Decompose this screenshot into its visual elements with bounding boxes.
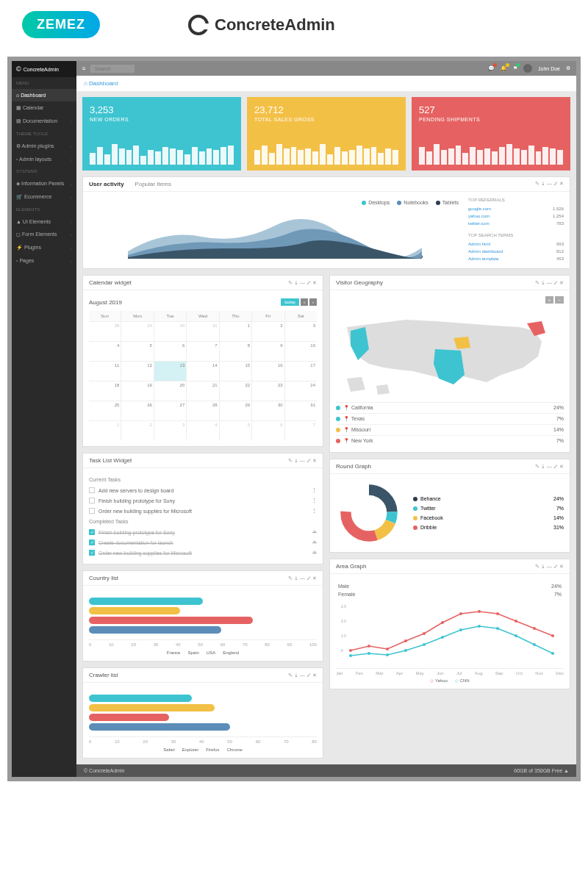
panel-tools[interactable]: ✎ ⤓ — ⤢ ✕ <box>535 181 564 187</box>
stat-card: 23,712TOTAL SALES GROSS <box>247 97 406 171</box>
search-input[interactable] <box>90 65 135 73</box>
calendar-cell[interactable]: 20 <box>154 381 186 401</box>
bell-icon[interactable]: 🔔 <box>501 65 507 71</box>
panel-tools[interactable]: ✎ ⤓ — ⤢ ✕ <box>288 673 317 678</box>
referral-row[interactable]: twitter.com783 <box>468 220 564 227</box>
panel-tools[interactable]: ✎ ⤓ — ⤢ ✕ <box>288 458 317 464</box>
sidebar-item[interactable]: ⚡ Plugins› <box>12 241 76 254</box>
legend-row: Female7% <box>338 590 562 598</box>
calendar-cell[interactable]: 4 <box>89 342 121 361</box>
task-row[interactable]: Create documentation for launch✕ <box>89 537 317 548</box>
panel-tools[interactable]: ✎ ⤓ — ⤢ ✕ <box>535 280 564 286</box>
calendar-cell[interactable]: 13 <box>154 362 186 381</box>
calendar-month: August 2019 <box>89 299 122 306</box>
calendar-cell[interactable]: 6 <box>154 342 186 361</box>
svg-point-29 <box>514 634 517 637</box>
referral-row[interactable]: google.com1,926 <box>468 205 564 212</box>
calendar-cell[interactable]: 29 <box>121 322 153 341</box>
calendar-cell[interactable]: 9 <box>252 342 284 361</box>
term-row[interactable]: Admin template453 <box>468 255 564 262</box>
task-row[interactable]: Finish building prototype for Sony✕ <box>89 527 317 537</box>
referral-row[interactable]: yahoo.com1,254 <box>468 212 564 220</box>
calendar-cell[interactable]: 2 <box>121 421 153 440</box>
sidebar-item[interactable]: ▤ Documentation› <box>12 115 76 128</box>
calendar-cell[interactable]: 11 <box>89 362 121 381</box>
sidebar-item[interactable]: ▫ Pages› <box>12 254 76 267</box>
settings-icon[interactable]: ⚙ <box>566 65 570 71</box>
term-row[interactable]: Admin html993 <box>468 240 564 248</box>
prev-button[interactable]: ‹ <box>301 298 308 306</box>
calendar-cell[interactable]: 12 <box>121 362 153 381</box>
sidebar-item[interactable]: ◈ Information Panels› <box>12 177 76 190</box>
zoom-in-button[interactable]: + <box>545 296 554 304</box>
calendar-cell[interactable]: 15 <box>220 362 251 381</box>
calendar-cell[interactable]: 30 <box>154 322 186 341</box>
usa-map <box>336 305 564 401</box>
sidebar-item[interactable]: 🛒 Ecommerce› <box>12 190 76 204</box>
panel-tools[interactable]: ✎ ⤓ — ⤢ ✕ <box>288 576 317 581</box>
calendar-cell[interactable]: 26 <box>121 401 153 420</box>
panel-tools[interactable]: ✎ ⤓ — ⤢ ✕ <box>535 564 564 570</box>
calendar-cell[interactable]: 17 <box>285 362 317 381</box>
calendar-cell[interactable]: 3 <box>154 421 186 440</box>
calendar-cell[interactable]: 7 <box>187 342 218 361</box>
flag-icon[interactable]: ⚑ <box>513 65 517 71</box>
sidebar-item[interactable]: ▦ Calendar <box>12 101 76 115</box>
calendar-day-header: Sun <box>89 311 121 321</box>
zoom-out-button[interactable]: − <box>555 296 564 304</box>
calendar-cell[interactable]: 28 <box>187 401 218 420</box>
calendar-cell[interactable]: 5 <box>121 342 153 361</box>
panel-tools[interactable]: ✎ ⤓ — ⤢ ✕ <box>535 464 564 470</box>
calendar-cell[interactable]: 1 <box>220 322 251 341</box>
svg-point-18 <box>533 627 536 630</box>
calendar-cell[interactable]: 24 <box>285 381 317 401</box>
calendar-cell[interactable]: 25 <box>89 401 121 420</box>
calendar-cell[interactable]: 14 <box>187 362 218 381</box>
avatar[interactable] <box>523 64 532 73</box>
next-button[interactable]: › <box>309 298 317 306</box>
legend-item: Firefox <box>206 747 219 752</box>
tab-user-activity[interactable]: User activity <box>89 181 124 187</box>
svg-point-13 <box>441 621 444 624</box>
calendar-cell[interactable]: 16 <box>252 362 284 381</box>
sidebar-item[interactable]: ◻ Form Elements› <box>12 228 76 241</box>
calendar-cell[interactable]: 23 <box>252 381 284 401</box>
calendar-cell[interactable]: 7 <box>285 421 317 440</box>
calendar-cell[interactable]: 31 <box>187 322 218 341</box>
task-row[interactable]: Finish building prototype for Sony⋮ <box>89 495 317 506</box>
completed-tasks-label: Completed Tasks <box>89 519 317 524</box>
calendar-day-header: Thu <box>220 311 251 321</box>
calendar-cell[interactable]: 28 <box>89 322 121 341</box>
calendar-cell[interactable]: 3 <box>285 322 317 341</box>
calendar-cell[interactable]: 5 <box>220 421 251 440</box>
calendar-cell[interactable]: 30 <box>252 401 284 420</box>
calendar-cell[interactable]: 31 <box>285 401 317 420</box>
sidebar-item[interactable]: ▲ UI Elements› <box>12 215 76 228</box>
term-row[interactable]: Admin dashboard812 <box>468 248 564 255</box>
calendar-cell[interactable]: 19 <box>121 381 153 401</box>
task-row[interactable]: Add new servers to design board⋮ <box>89 485 317 495</box>
calendar-cell[interactable]: 2 <box>252 322 284 341</box>
calendar-cell[interactable]: 29 <box>220 401 251 420</box>
sidebar-item[interactable]: ▫ Admin layouts› <box>12 153 76 165</box>
calendar-cell[interactable]: 1 <box>89 421 121 440</box>
calendar-cell[interactable]: 6 <box>252 421 284 440</box>
sidebar-item[interactable]: ⚙ Admin plugins› <box>12 140 76 153</box>
calendar-cell[interactable]: 4 <box>187 421 218 440</box>
referrals-title: TOP REFERRALS <box>468 198 564 202</box>
calendar-cell[interactable]: 21 <box>187 381 218 401</box>
calendar-cell[interactable]: 22 <box>220 381 251 401</box>
task-row[interactable]: Order new building supplies for Microsof… <box>89 548 317 558</box>
menu-toggle-icon[interactable]: ≡ <box>82 65 86 72</box>
user-name[interactable]: John Doe <box>538 66 560 71</box>
sidebar-item[interactable]: ⌂ Dashboard <box>12 89 76 101</box>
panel-tools[interactable]: ✎ ⤓ — ⤢ ✕ <box>288 280 317 286</box>
today-button[interactable]: today <box>281 298 299 306</box>
calendar-cell[interactable]: 18 <box>89 381 121 401</box>
tab-popular-items[interactable]: Popular Items <box>135 181 171 187</box>
calendar-cell[interactable]: 10 <box>285 342 317 361</box>
calendar-cell[interactable]: 27 <box>154 401 186 420</box>
chat-icon[interactable]: 💬 <box>488 65 495 71</box>
calendar-cell[interactable]: 8 <box>220 342 251 361</box>
task-row[interactable]: Order new building supplies for Microsof… <box>89 506 317 516</box>
